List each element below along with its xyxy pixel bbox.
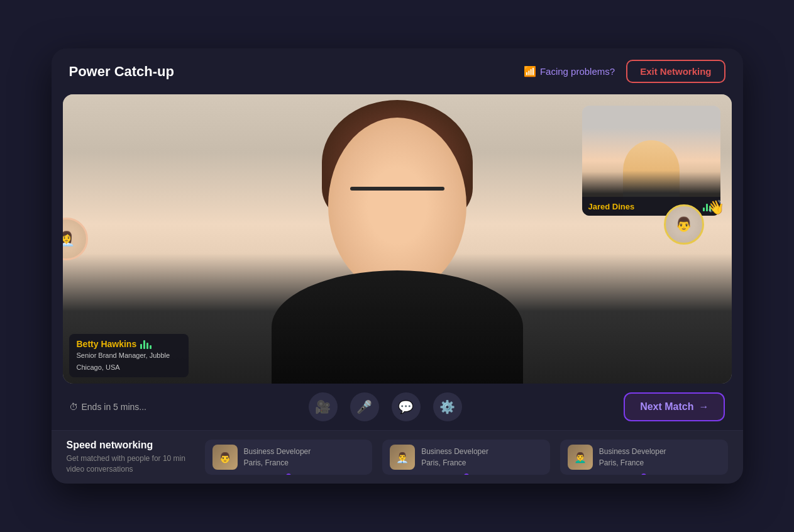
bar2 [143, 340, 145, 349]
match-role-3: Business Developer [599, 446, 666, 457]
avatar-right-floating: 👨 [664, 204, 704, 245]
wave-icon: 👋 [707, 199, 724, 216]
match-location-1: Paris, France [244, 457, 311, 468]
match-role-1: Business Developer [244, 446, 311, 457]
timer-label: Ends in 5 mins... [82, 402, 147, 412]
suit-decoration [272, 270, 523, 384]
betty-name: Betty Hawkins [77, 339, 181, 349]
match-info-1: Business Developer Paris, France [244, 446, 311, 468]
match-location-3: Paris, France [599, 457, 666, 468]
settings-button[interactable]: ⚙️ [433, 392, 462, 421]
dot-indicator-3 [641, 474, 646, 475]
page-title: Power Catch-up [69, 64, 174, 80]
match-card-3[interactable]: 👨‍🦱 Business Developer Paris, France [560, 440, 728, 475]
match-person-icon-2: 👨‍💼 [396, 452, 409, 463]
bar1 [140, 344, 142, 349]
bar4 [150, 345, 152, 349]
match-avatar-2: 👨‍💼 [390, 445, 415, 470]
bottom-bar: Speed networking Get matched with people… [52, 430, 743, 484]
match-person-icon-1: 👨 [219, 452, 231, 463]
facing-problems-label: Facing problems? [540, 66, 615, 77]
video-area: 👩 👩‍💼 Betty Hawkins Senior Brand Manager… [63, 94, 732, 384]
camera-icon: 🎥 [315, 399, 331, 414]
match-avatar-1: 👨 [212, 445, 238, 470]
facing-problems-link[interactable]: 📶 Facing problems? [524, 65, 615, 77]
header-right: 📶 Facing problems? Exit Networking [524, 60, 725, 83]
mic-icon: 🎤 [356, 399, 372, 414]
match-avatar-3: 👨‍🦱 [568, 445, 593, 470]
timer-icon: ⏱ [69, 402, 78, 412]
match-role-2: Business Developer [421, 446, 488, 457]
glasses-decoration [350, 187, 444, 191]
match-info-3: Business Developer Paris, France [599, 446, 666, 468]
chat-button[interactable]: 💬 [392, 392, 421, 421]
controls-bar: ⏱ Ends in 5 mins... 🎥 🎤 💬 ⚙️ Next Match … [52, 384, 743, 430]
match-person-icon-3: 👨‍🦱 [574, 452, 587, 463]
match-cards-list: 👨 Business Developer Paris, France 👨‍💼 B… [205, 440, 728, 475]
speed-networking-title: Speed networking [67, 440, 192, 451]
exit-networking-button[interactable]: Exit Networking [626, 60, 725, 83]
microphone-button[interactable]: 🎤 [350, 392, 379, 421]
gear-icon: ⚙️ [439, 399, 455, 414]
match-location-2: Paris, France [421, 457, 488, 468]
app-container: Power Catch-up 📶 Facing problems? Exit N… [52, 48, 743, 484]
face-decoration [328, 118, 466, 294]
media-controls: 🎥 🎤 💬 ⚙️ [309, 392, 462, 421]
timer-display: ⏱ Ends in 5 mins... [69, 402, 147, 412]
dot-indicator-2 [464, 474, 469, 475]
next-match-label: Next Match [640, 401, 693, 413]
dot-indicator-1 [286, 474, 291, 475]
match-info-2: Business Developer Paris, France [421, 446, 488, 468]
speed-networking-info: Speed networking Get matched with people… [67, 440, 192, 475]
bar3 [146, 343, 148, 349]
betty-location: Chicago, USA [77, 363, 181, 372]
wifi-icon: 📶 [524, 65, 536, 77]
jbar1 [703, 208, 705, 211]
header: Power Catch-up 📶 Facing problems? Exit N… [52, 48, 743, 94]
betty-role: Senior Brand Manager, Jubble [77, 351, 181, 360]
speed-networking-desc: Get matched with people for 10 min video… [67, 453, 192, 475]
match-card-1[interactable]: 👨 Business Developer Paris, France [205, 440, 373, 475]
jared-name: Jared Dines [588, 202, 635, 211]
camera-button[interactable]: 🎥 [309, 392, 338, 421]
secondary-video-jared: Jared Dines [582, 106, 720, 216]
audio-bars-betty [140, 339, 152, 349]
next-arrow-icon: → [698, 401, 709, 413]
chat-icon: 💬 [398, 399, 414, 414]
match-card-2[interactable]: 👨‍💼 Business Developer Paris, France [382, 440, 550, 475]
next-match-button[interactable]: Next Match → [624, 392, 725, 421]
betty-name-tag: Betty Hawkins Senior Brand Manager, Jubb… [69, 334, 189, 377]
